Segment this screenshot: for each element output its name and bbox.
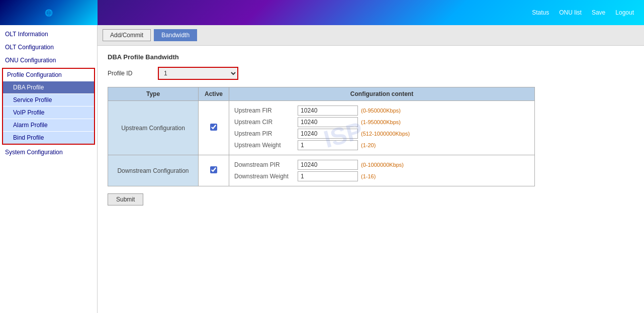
upstream-weight-hint: (1-20) — [361, 142, 376, 148]
col-config-content: Configuration content — [229, 87, 535, 101]
logo: 🌐 — [0, 0, 98, 25]
upstream-weight-label: Upstream Weight — [234, 142, 295, 149]
config-table: Type Active Configuration content Upstre… — [108, 87, 535, 186]
submit-button[interactable]: Submit — [108, 193, 143, 205]
downstream-weight-row: Downstream Weight (1-16) — [234, 171, 529, 181]
col-active: Active — [199, 87, 229, 101]
main-content: Add/Commit Bandwidth ISP DBA Profile Ban… — [98, 25, 644, 313]
upstream-pir-label: Upstream PIR — [234, 130, 295, 137]
profile-id-select[interactable]: 1 2 3 4 5 — [158, 67, 238, 80]
downstream-weight-input[interactable] — [298, 171, 358, 181]
sidebar: OLT Information OLT Configuration ONU Co… — [0, 25, 98, 313]
downstream-pir-row: Downstream PIR (0-1000000Kbps) — [234, 160, 529, 170]
col-type: Type — [108, 87, 199, 101]
sidebar-item-dba-profile[interactable]: DBA Profile — [3, 81, 94, 93]
sidebar-item-onu-configuration[interactable]: ONU Configuration — [0, 54, 97, 67]
sidebar-item-olt-configuration[interactable]: OLT Configuration — [0, 41, 97, 54]
upstream-fir-hint: (0-950000Kbps) — [361, 108, 401, 114]
header: 🌐 Status ONU list Save Logout — [0, 0, 644, 25]
upstream-cir-label: Upstream CIR — [234, 119, 295, 126]
layout: OLT Information OLT Configuration ONU Co… — [0, 25, 644, 313]
upstream-pir-input[interactable] — [298, 129, 358, 139]
logo-text: 🌐 — [45, 9, 53, 17]
page-title: DBA Profile Bandwidth — [108, 53, 634, 61]
downstream-content-cell: Downstream PIR (0-1000000Kbps) Downstrea… — [229, 155, 535, 186]
nav-save[interactable]: Save — [592, 9, 605, 16]
downstream-weight-label: Downstream Weight — [234, 173, 295, 180]
downstream-pir-hint: (0-1000000Kbps) — [361, 162, 404, 168]
upstream-row: Upstream Configuration Upstream FIR (0-9… — [108, 101, 535, 155]
upstream-pir-row: Upstream PIR (512-1000000Kbps) — [234, 129, 529, 139]
upstream-active-checkbox[interactable] — [210, 124, 217, 131]
upstream-weight-row: Upstream Weight (1-20) — [234, 140, 529, 150]
downstream-active-cell — [199, 155, 229, 186]
upstream-cir-row: Upstream CIR (1-950000Kbps) — [234, 117, 529, 127]
upstream-type-cell: Upstream Configuration — [108, 101, 199, 155]
sidebar-item-olt-information[interactable]: OLT Information — [0, 28, 97, 41]
sidebar-item-system-configuration[interactable]: System Configuration — [0, 146, 97, 159]
sidebar-item-alarm-profile[interactable]: Alarm Profile — [3, 119, 94, 131]
upstream-pir-hint: (512-1000000Kbps) — [361, 131, 410, 137]
sidebar-item-voip-profile[interactable]: VoIP Profile — [3, 106, 94, 119]
downstream-pir-label: Downstream PIR — [234, 161, 295, 168]
nav-onu-list[interactable]: ONU list — [559, 9, 582, 16]
content-area: ISP DBA Profile Bandwidth Profile ID 1 2… — [98, 46, 644, 213]
downstream-pir-input[interactable] — [298, 160, 358, 170]
profile-id-row: Profile ID 1 2 3 4 5 — [108, 67, 634, 80]
tab-bar: Add/Commit Bandwidth — [98, 25, 644, 46]
downstream-weight-hint: (1-16) — [361, 173, 376, 179]
nav-status[interactable]: Status — [532, 9, 549, 16]
sidebar-item-bind-profile[interactable]: Bind Profile — [3, 131, 94, 144]
downstream-type-cell: Downstream Configuration — [108, 155, 199, 186]
sidebar-item-service-profile[interactable]: Service Profile — [3, 93, 94, 106]
upstream-cir-hint: (1-950000Kbps) — [361, 119, 401, 125]
upstream-weight-input[interactable] — [298, 140, 358, 150]
tab-add-commit[interactable]: Add/Commit — [103, 29, 151, 41]
upstream-active-cell — [199, 101, 229, 155]
upstream-cir-input[interactable] — [298, 117, 358, 127]
upstream-content-cell: Upstream FIR (0-950000Kbps) Upstream CIR… — [229, 101, 535, 155]
upstream-fir-label: Upstream FIR — [234, 107, 295, 114]
profile-config-title[interactable]: Profile Configuration — [3, 69, 94, 81]
header-nav: Status ONU list Save Logout — [532, 9, 634, 16]
profile-config-group: Profile Configuration DBA Profile Servic… — [2, 68, 95, 145]
upstream-fir-input[interactable] — [298, 106, 358, 116]
profile-id-label: Profile ID — [108, 70, 148, 77]
downstream-row: Downstream Configuration Downstream PIR … — [108, 155, 535, 186]
tab-bandwidth[interactable]: Bandwidth — [154, 29, 197, 41]
downstream-active-checkbox[interactable] — [210, 166, 217, 173]
upstream-fir-row: Upstream FIR (0-950000Kbps) — [234, 106, 529, 116]
nav-logout[interactable]: Logout — [615, 9, 634, 16]
